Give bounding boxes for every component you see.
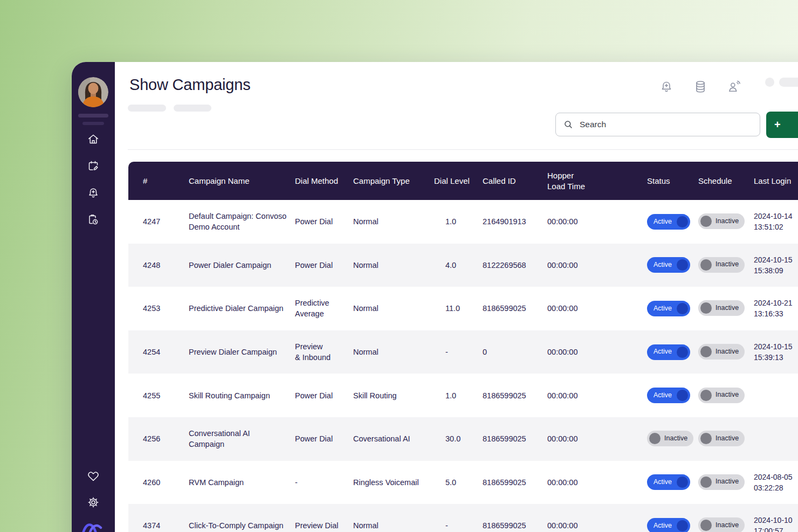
sidebar-item-favorites[interactable] bbox=[86, 469, 100, 483]
schedule-toggle[interactable]: Inactive bbox=[698, 344, 745, 360]
cell-campaign-type: Normal bbox=[353, 520, 434, 531]
toggle-label: Active bbox=[653, 260, 672, 270]
toggle-knob bbox=[677, 216, 688, 227]
status-toggle[interactable]: Active bbox=[647, 214, 690, 230]
sidebar-item-history[interactable] bbox=[86, 213, 100, 227]
cell-hopper-load-time: 00:00:00 bbox=[547, 520, 647, 531]
cell-called-id: 8122269568 bbox=[483, 260, 547, 271]
cell-campaign-id: 4255 bbox=[143, 390, 189, 401]
toggle-knob bbox=[677, 476, 688, 488]
avatar-photo bbox=[78, 77, 108, 107]
last-login-time: 17:00:57 bbox=[754, 526, 798, 532]
last-login-date: 2024-10-21 bbox=[754, 298, 798, 308]
cell-dial-level: - bbox=[434, 520, 483, 531]
cell-last-login: 2024-08-05 03:22:28 bbox=[754, 472, 798, 493]
app-window: Show Campaigns bbox=[72, 62, 798, 532]
toggle-knob bbox=[677, 347, 688, 358]
cell-campaign-name: RVM Campaign bbox=[189, 477, 295, 488]
last-login-date: 2024-08-05 bbox=[754, 472, 798, 482]
toggle-knob bbox=[700, 390, 712, 401]
cell-schedule: Inactive bbox=[698, 388, 754, 404]
cell-schedule: Inactive bbox=[698, 213, 754, 230]
last-login-time: 15:39:13 bbox=[754, 352, 798, 363]
toggle-label: Active bbox=[653, 521, 672, 531]
cell-campaign-type: Ringless Voicemail bbox=[353, 477, 434, 488]
schedule-toggle[interactable]: Inactive bbox=[698, 300, 745, 316]
col-header-id: # bbox=[143, 176, 189, 186]
cell-schedule: Inactive bbox=[698, 517, 754, 532]
status-toggle[interactable]: Inactive bbox=[647, 431, 693, 446]
status-toggle[interactable]: Active bbox=[647, 257, 690, 273]
cell-dial-level: 4.0 bbox=[434, 260, 483, 271]
last-login-date: 2024-10-14 bbox=[754, 211, 798, 222]
schedule-toggle[interactable]: Inactive bbox=[698, 213, 745, 229]
table-row: 4247 Default Campaign: Convoso Demo Acco… bbox=[128, 200, 798, 244]
home-icon bbox=[87, 133, 100, 146]
cell-campaign-id: 4248 bbox=[143, 260, 189, 271]
cell-campaign-id: 4256 bbox=[143, 433, 189, 444]
cell-status: Active bbox=[647, 388, 698, 403]
cell-campaign-id: 4253 bbox=[143, 303, 189, 314]
schedule-toggle[interactable]: Inactive bbox=[698, 257, 745, 273]
col-header-campaign-type: Campaign Type bbox=[353, 176, 434, 186]
calendar-edit-icon bbox=[87, 160, 100, 172]
sidebar-item-settings[interactable] bbox=[86, 495, 100, 509]
cell-campaign-type: Normal bbox=[353, 347, 434, 357]
cell-status: Active bbox=[647, 344, 698, 360]
status-toggle[interactable]: Active bbox=[647, 518, 690, 532]
last-login-time: 15:38:09 bbox=[754, 265, 798, 276]
table-body: 4247 Default Campaign: Convoso Demo Acco… bbox=[128, 200, 798, 532]
toggle-label: Active bbox=[653, 478, 672, 487]
cell-campaign-type: Skill Routing bbox=[353, 390, 434, 401]
cell-last-login: 2024-10-14 13:51:02 bbox=[754, 211, 798, 232]
toggle-label: Active bbox=[653, 217, 672, 227]
toggle-knob bbox=[677, 259, 688, 271]
status-toggle[interactable]: Active bbox=[647, 474, 690, 490]
toggle-knob bbox=[700, 433, 712, 444]
schedule-toggle[interactable]: Inactive bbox=[698, 474, 745, 490]
schedule-toggle[interactable]: Inactive bbox=[698, 517, 745, 532]
sidebar-item-notifications[interactable] bbox=[86, 186, 100, 200]
toggle-label: Inactive bbox=[716, 347, 739, 357]
header-divider bbox=[128, 149, 798, 150]
bell-plus-icon bbox=[659, 80, 673, 94]
cell-campaign-name: Skill Routing Campaign bbox=[189, 390, 295, 401]
header-toolbar bbox=[659, 80, 741, 94]
status-toggle[interactable]: Active bbox=[647, 344, 690, 360]
convoso-logo bbox=[80, 515, 106, 532]
table-row: 4260 RVM Campaign - Ringless Voicemail 5… bbox=[128, 461, 798, 505]
campaigns-table: # Campaign Name Dial Method Campaign Typ… bbox=[128, 162, 798, 532]
cell-dial-method: Power Dial bbox=[295, 216, 353, 227]
agent-status-icon bbox=[727, 80, 741, 94]
toggle-label: Inactive bbox=[716, 390, 739, 400]
status-toggle[interactable]: Active bbox=[647, 301, 690, 316]
data-button[interactable] bbox=[693, 80, 707, 94]
clipboard-clock-icon bbox=[87, 213, 100, 226]
agent-status-button[interactable] bbox=[727, 80, 741, 94]
status-toggle[interactable]: Active bbox=[647, 388, 690, 403]
cell-schedule: Inactive bbox=[698, 431, 754, 447]
toggle-label: Inactive bbox=[664, 434, 687, 444]
database-icon bbox=[693, 80, 707, 94]
add-campaign-button[interactable]: + bbox=[766, 112, 798, 138]
toggle-knob bbox=[649, 433, 661, 444]
cell-dial-level: 1.0 bbox=[434, 216, 483, 227]
search-box bbox=[555, 113, 760, 136]
cell-campaign-name: Predictive Dialer Campaign bbox=[189, 303, 295, 314]
schedule-toggle[interactable]: Inactive bbox=[698, 431, 745, 446]
notifications-button[interactable] bbox=[659, 80, 673, 94]
sidebar-item-schedule[interactable] bbox=[86, 159, 100, 173]
search-input[interactable] bbox=[579, 119, 752, 130]
cell-called-id: 8186599025 bbox=[483, 477, 547, 488]
cell-dial-method: Power Dial bbox=[295, 433, 353, 444]
cell-campaign-name: Click-To-Comply Campaign bbox=[189, 520, 295, 531]
cell-dial-method: Power Dial bbox=[295, 260, 353, 271]
avatar[interactable] bbox=[78, 77, 108, 107]
toggle-knob bbox=[700, 520, 712, 531]
sidebar-item-home[interactable] bbox=[86, 132, 100, 146]
schedule-toggle[interactable]: Inactive bbox=[698, 388, 745, 403]
cell-hopper-load-time: 00:00:00 bbox=[547, 390, 647, 401]
cell-campaign-type: Coversational AI bbox=[353, 433, 434, 444]
cell-called-id: 8186599025 bbox=[483, 433, 547, 444]
table-row: 4253 Predictive Dialer Campaign Predicti… bbox=[128, 287, 798, 330]
